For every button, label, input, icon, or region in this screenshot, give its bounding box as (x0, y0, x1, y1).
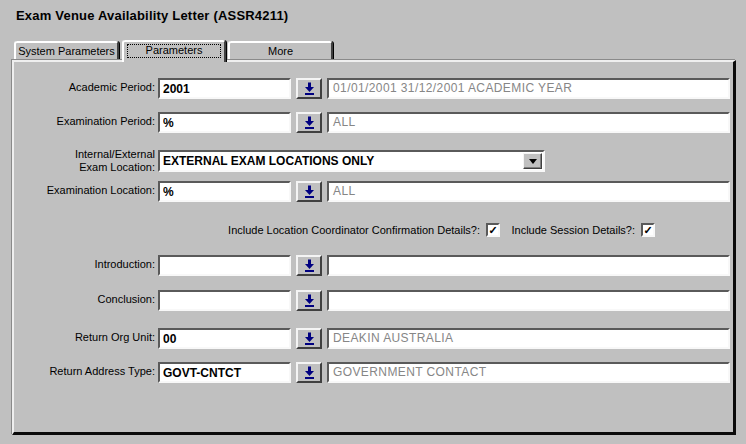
examination-location-input[interactable] (158, 181, 291, 202)
include-location-coordinator-label: Include Location Coordinator Confirmatio… (14, 224, 480, 236)
tab-label: More (268, 45, 293, 57)
exam-venue-availability-letter-window: Exam Venue Availability Letter (ASSR4211… (0, 0, 746, 444)
page-title: Exam Venue Availability Letter (ASSR4211… (16, 8, 288, 23)
examination-period-description: ALL (327, 112, 730, 133)
examination-location-description: ALL (327, 181, 730, 202)
introduction-lov-button[interactable] (296, 255, 322, 276)
examination-location-label: Examination Location: (14, 184, 155, 196)
conclusion-lov-button[interactable] (296, 290, 322, 311)
examination-period-label: Examination Period: (14, 115, 155, 127)
return-org-unit-description: DEAKIN AUSTRALIA (327, 328, 730, 349)
return-address-type-lov-button[interactable] (296, 362, 322, 383)
return-address-type-label: Return Address Type: (14, 365, 155, 377)
examination-period-input[interactable] (158, 112, 291, 133)
down-arrow-to-bar-icon (302, 184, 317, 199)
introduction-input[interactable] (158, 255, 291, 276)
label-line-2: Exam Location: (79, 161, 155, 173)
tab-label: System Parameters (18, 45, 115, 57)
conclusion-label: Conclusion: (14, 293, 155, 305)
tab-system-parameters[interactable]: System Parameters (14, 41, 119, 61)
introduction-description (327, 255, 730, 276)
conclusion-input[interactable] (158, 290, 291, 311)
down-arrow-to-bar-icon (302, 293, 317, 308)
introduction-label: Introduction: (14, 258, 155, 270)
include-session-details-label: Include Session Details?: (455, 224, 635, 236)
include-session-details-checkbox[interactable] (641, 223, 655, 237)
down-arrow-to-bar-icon (302, 331, 317, 346)
internal-external-exam-location-select[interactable]: EXTERNAL EXAM LOCATIONS ONLY (158, 150, 545, 172)
tab-focus-outline (127, 44, 221, 58)
down-arrow-to-bar-icon (302, 115, 317, 130)
label-line-1: Internal/External (75, 148, 155, 160)
return-org-unit-lov-button[interactable] (296, 328, 322, 349)
examination-period-lov-button[interactable] (296, 112, 322, 133)
down-arrow-to-bar-icon (302, 81, 317, 96)
selected-option: EXTERNAL EXAM LOCATIONS ONLY (160, 154, 523, 168)
tab-more[interactable]: More (228, 41, 333, 61)
down-arrow-to-bar-icon (302, 258, 317, 273)
return-address-type-description: GOVERNMENT CONTACT (327, 362, 730, 383)
conclusion-description (327, 290, 730, 311)
down-arrow-to-bar-icon (302, 365, 317, 380)
academic-period-input[interactable] (158, 78, 291, 99)
return-org-unit-label: Return Org Unit: (14, 331, 155, 343)
academic-period-label: Academic Period: (14, 81, 155, 93)
return-org-unit-input[interactable] (158, 328, 291, 349)
internal-external-exam-location-label: Internal/External Exam Location: (14, 148, 155, 174)
tab-parameters[interactable]: Parameters (122, 40, 226, 62)
academic-period-description: 01/01/2001 31/12/2001 ACADEMIC YEAR (327, 78, 730, 99)
return-address-type-input[interactable] (158, 362, 291, 383)
examination-location-lov-button[interactable] (296, 181, 322, 202)
academic-period-lov-button[interactable] (296, 78, 322, 99)
chevron-down-icon[interactable] (523, 153, 542, 169)
